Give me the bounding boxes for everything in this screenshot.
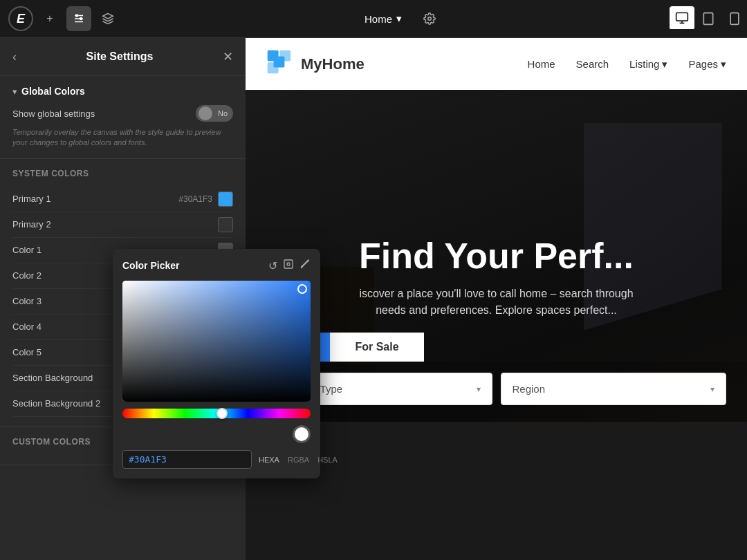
preview-nav: MyHome Home Search Listing ▾ Pages ▾: [246, 38, 747, 90]
desktop-icon: [675, 11, 689, 25]
tablet-icon: [701, 12, 715, 26]
gear-icon: [423, 12, 436, 25]
color-swatch[interactable]: [218, 217, 233, 232]
global-settings-toggle[interactable]: No: [196, 105, 233, 122]
nav-listing-link[interactable]: Listing ▾: [629, 58, 667, 71]
svg-point-15: [287, 263, 290, 265]
save-swatches-icon: [283, 259, 294, 270]
add-element-button[interactable]: +: [37, 6, 62, 31]
page-settings-button[interactable]: [417, 6, 442, 31]
toggle-hint: Temporarily overlay the canvas with the …: [12, 127, 233, 149]
search-bar: Property Type ▾ Region ▾: [246, 362, 747, 422]
panel-close-button[interactable]: ✕: [223, 49, 233, 64]
for-sale-tab-button[interactable]: For Sale: [330, 333, 423, 362]
rgba-mode-button[interactable]: RGBA: [285, 454, 312, 465]
region-label: Region: [513, 383, 546, 395]
color-name: Section Background: [12, 373, 93, 383]
elementor-logo[interactable]: E: [8, 6, 33, 31]
color-picker-eyedropper-button[interactable]: [299, 259, 311, 272]
color-name: Primary 2: [12, 219, 51, 230]
hue-slider[interactable]: [122, 409, 311, 418]
color-swatch[interactable]: [218, 192, 233, 207]
hero-section: Find Your Perf... iscover a place you'll…: [246, 90, 747, 422]
color-gradient-cursor[interactable]: [297, 284, 307, 294]
svg-point-6: [428, 17, 432, 21]
hsla-mode-button[interactable]: HSLA: [315, 454, 340, 465]
color-picker-header: Color Picker ↺: [122, 259, 311, 272]
color-picker-title: Color Picker: [122, 260, 179, 271]
hex-input[interactable]: [122, 450, 252, 469]
nav-pages-link[interactable]: Pages ▾: [688, 58, 726, 71]
page-selector[interactable]: Home ▾: [356, 8, 410, 29]
desktop-view-button[interactable]: [670, 6, 694, 31]
svg-point-4: [80, 18, 82, 20]
top-toolbar: E + Home ▾: [0, 0, 747, 38]
nav-home-link[interactable]: Home: [528, 58, 555, 70]
color-name: Color 2: [12, 270, 42, 281]
panel-back-button[interactable]: ‹: [12, 50, 17, 64]
color-name: Color 3: [12, 296, 42, 306]
panel-title: Site Settings: [86, 50, 154, 63]
color-picker-reset-button[interactable]: ↺: [268, 259, 277, 272]
nav-logo: MyHome: [266, 49, 365, 80]
hero-title: Find Your Perf...: [359, 236, 634, 276]
svg-marker-5: [103, 14, 113, 19]
svg-rect-12: [730, 13, 739, 25]
region-arrow: ▾: [710, 384, 714, 394]
nav-links: Home Search Listing ▾ Pages ▾: [528, 58, 726, 71]
opacity-row: [122, 425, 311, 443]
toggle-knob: [199, 106, 212, 120]
toggle-label: Show global settings: [12, 109, 95, 119]
color-hex: #30A1F3: [178, 194, 212, 204]
color-picker-save-button[interactable]: [283, 259, 294, 272]
color-name: Primary 1: [12, 194, 51, 204]
primary2-color-row: Primary 2: [12, 212, 233, 238]
mobile-icon: [728, 12, 741, 26]
myhome-logo-icon: [266, 49, 297, 80]
global-colors-section: ▾ Global Colors Show global settings No …: [0, 76, 246, 159]
color-name: Section Background 2: [12, 398, 100, 409]
mobile-view-button[interactable]: [722, 6, 747, 31]
hero-content: Find Your Perf... iscover a place you'll…: [246, 216, 747, 319]
show-global-settings-row: Show global settings No: [12, 105, 233, 122]
preview-canvas: MyHome Home Search Listing ▾ Pages ▾: [246, 38, 747, 560]
tablet-view-button[interactable]: [696, 6, 721, 31]
property-type-arrow: ▾: [477, 384, 481, 394]
section-header: ▾ Global Colors: [12, 86, 233, 97]
svg-point-3: [76, 15, 78, 17]
eyedropper-icon: [299, 259, 311, 270]
color-name: Color 1: [12, 245, 42, 255]
section-title: Global Colors: [21, 86, 85, 97]
hexa-mode-button[interactable]: HEXA: [256, 454, 282, 465]
color-gradient-canvas[interactable]: [122, 281, 311, 402]
svg-rect-10: [703, 13, 712, 25]
settings-panel-button[interactable]: [66, 6, 91, 31]
svg-rect-7: [676, 12, 688, 21]
panel-header: ‹ Site Settings ✕: [0, 38, 246, 76]
nav-logo-text: MyHome: [301, 55, 365, 73]
layers-icon: [102, 12, 114, 25]
sliders-icon: [73, 12, 85, 25]
svg-rect-19: [274, 56, 285, 67]
svg-rect-14: [284, 260, 293, 268]
region-dropdown[interactable]: Region ▾: [501, 373, 727, 405]
search-tabs: All For Sale: [266, 333, 726, 362]
hero-subtitle: iscover a place you'll love to call home…: [359, 286, 633, 319]
primary1-color-row: Primary 1 #30A1F3: [12, 187, 233, 212]
layers-button[interactable]: [95, 6, 120, 31]
color-name: Color 5: [12, 347, 42, 357]
toggle-state-text: No: [215, 109, 230, 118]
color-name: Color 4: [12, 321, 42, 332]
nav-search-link[interactable]: Search: [576, 58, 609, 70]
color-picker-popup: Color Picker ↺: [113, 249, 320, 478]
hue-slider-thumb[interactable]: [216, 408, 228, 419]
opacity-circle[interactable]: [293, 425, 311, 443]
system-colors-title: System Colors: [12, 169, 233, 178]
color-input-row: HEXA RGBA HSLA: [122, 450, 311, 469]
